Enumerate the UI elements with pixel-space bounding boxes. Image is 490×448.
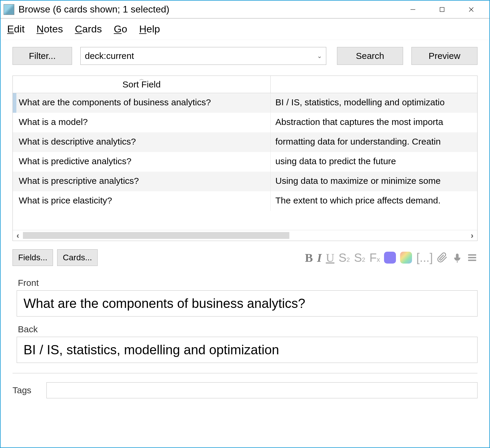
cards-button[interactable]: Cards...: [57, 249, 98, 266]
table-row[interactable]: What is price elasticity? The extent to …: [13, 191, 477, 211]
text-color-icon[interactable]: [384, 252, 396, 264]
cell-back: Abstraction that captures the most impor…: [271, 113, 477, 132]
back-field[interactable]: BI / IS, statistics, modelling and optim…: [17, 337, 477, 363]
table-row[interactable]: What is a model? Abstraction that captur…: [13, 113, 477, 132]
app-icon: [4, 4, 14, 15]
menu-go[interactable]: Go: [114, 23, 127, 35]
sort-asc-icon: ︿: [139, 75, 144, 82]
editor-toolbar: Fields... Cards... B I U S2 S2 Fx [...]: [13, 249, 477, 266]
menubar: Edit Notes Cards Go Help: [1, 18, 489, 40]
maximize-button[interactable]: [432, 2, 452, 17]
svg-rect-1: [440, 7, 444, 12]
table-row[interactable]: What is descriptive analytics? formattin…: [13, 132, 477, 152]
scroll-thumb[interactable]: [23, 232, 289, 239]
table-header[interactable]: ︿ Sort Field: [13, 76, 477, 93]
divider: [13, 373, 477, 373]
clear-format-icon[interactable]: Fx: [369, 251, 380, 264]
cell-back: BI / IS, statistics, modelling and optim…: [271, 93, 477, 113]
table-row[interactable]: What is prescriptive analytics? Using da…: [13, 172, 477, 191]
search-row: Filter... ⌄ Search Preview: [13, 47, 477, 65]
menu-edit[interactable]: Edit: [7, 23, 25, 35]
scroll-left-icon[interactable]: ‹: [13, 230, 23, 241]
cell-back: Using data to maximize or minimize some: [271, 172, 477, 191]
close-button[interactable]: [461, 2, 482, 17]
menu-notes[interactable]: Notes: [37, 23, 63, 35]
front-label: Front: [18, 278, 477, 288]
front-field[interactable]: What are the components of business anal…: [17, 290, 477, 317]
tags-input[interactable]: [46, 382, 477, 398]
record-icon[interactable]: [452, 252, 463, 263]
cell-back: The extent to which price affects demand…: [271, 191, 477, 211]
fields-button[interactable]: Fields...: [13, 249, 53, 266]
cell-front: What is price elasticity?: [13, 191, 271, 211]
color-picker-icon[interactable]: [400, 252, 412, 264]
underline-icon[interactable]: U: [326, 251, 334, 265]
filter-button[interactable]: Filter...: [13, 47, 72, 65]
back-label: Back: [18, 324, 477, 334]
cell-front: What is a model?: [13, 113, 271, 132]
column-sort-field[interactable]: ︿ Sort Field: [13, 76, 271, 93]
attachment-icon[interactable]: [437, 252, 448, 263]
selection-indicator: [13, 93, 16, 113]
column-2[interactable]: [271, 76, 477, 93]
scroll-right-icon[interactable]: ›: [467, 230, 477, 241]
horizontal-scrollbar[interactable]: ‹ ›: [13, 230, 477, 241]
superscript-icon[interactable]: S2: [338, 251, 350, 264]
table-row[interactable]: What are the components of business anal…: [13, 93, 477, 113]
menu-help[interactable]: Help: [139, 23, 160, 35]
minimize-button[interactable]: [402, 2, 423, 17]
more-icon[interactable]: [467, 252, 477, 263]
tags-label: Tags: [13, 385, 39, 395]
cell-front: What is predictive analytics?: [13, 152, 271, 172]
table-row[interactable]: What is predictive analytics? using data…: [13, 152, 477, 172]
preview-button[interactable]: Preview: [411, 47, 477, 65]
format-toolbar: B I U S2 S2 Fx [...]: [305, 251, 477, 265]
search-combo[interactable]: ⌄: [80, 47, 326, 65]
table-body[interactable]: What are the components of business anal…: [13, 93, 477, 230]
tags-row: Tags: [13, 382, 477, 398]
search-button[interactable]: Search: [337, 47, 403, 65]
subscript-icon[interactable]: S2: [354, 251, 365, 264]
cell-back: formatting data for understanding. Creat…: [271, 132, 477, 152]
cell-front: What are the components of business anal…: [13, 93, 271, 113]
titlebar: Browse (6 cards shown; 1 selected): [1, 1, 489, 18]
card-table: ︿ Sort Field What are the components of …: [13, 76, 477, 241]
bold-icon[interactable]: B: [305, 251, 313, 265]
window-title: Browse (6 cards shown; 1 selected): [18, 4, 402, 15]
search-input[interactable]: [80, 47, 326, 65]
cell-back: using data to predict the future: [271, 152, 477, 172]
cell-front: What is prescriptive analytics?: [13, 172, 271, 191]
chevron-down-icon[interactable]: ⌄: [317, 52, 322, 59]
cell-front: What is descriptive analytics?: [13, 132, 271, 152]
italic-icon[interactable]: I: [317, 251, 322, 265]
menu-cards[interactable]: Cards: [75, 23, 102, 35]
cloze-icon[interactable]: [...]: [416, 251, 433, 264]
